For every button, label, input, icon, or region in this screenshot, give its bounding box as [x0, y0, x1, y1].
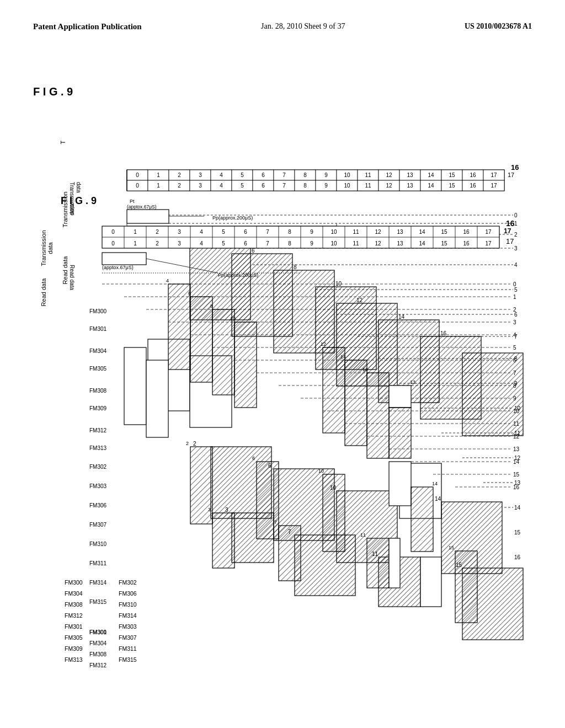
fm306-lbl: FM306 — [119, 590, 137, 597]
fm308-lbl: FM308 — [65, 601, 83, 608]
fm301-white-main — [124, 347, 146, 425]
publication-date-sheet: Jan. 28, 2010 Sheet 9 of 37 — [261, 22, 345, 31]
svg-text:2: 2 — [156, 229, 159, 235]
fm309-num: 16 — [363, 367, 368, 372]
svg-text:4: 4 — [200, 229, 203, 235]
fm307-num: 7 — [274, 520, 277, 525]
patent-diagram: Transmission data Read data 0 1 2 3 4 5 … — [30, 77, 555, 700]
svg-text:16: 16 — [463, 229, 470, 235]
refnum-12: 12 — [513, 433, 520, 440]
fm311-hatch — [367, 538, 389, 588]
svg-text:10: 10 — [331, 240, 337, 247]
svg-text:7: 7 — [266, 240, 269, 247]
fm304-bar-main — [190, 297, 212, 382]
fm309-lbl: FM309 — [65, 645, 83, 652]
svg-text:10: 10 — [331, 229, 337, 235]
fm305-white-main — [146, 360, 168, 437]
fm305-lbl: FM305 — [65, 634, 83, 641]
fm313-label-r: 13 — [410, 379, 415, 385]
svg-text:11: 11 — [353, 229, 359, 235]
fm303-num: 3 — [208, 507, 211, 512]
refnum-3: 3 — [513, 319, 516, 325]
fm313-lbl: FM313 — [65, 656, 83, 663]
svg-text:12: 12 — [375, 240, 381, 247]
fm301-lbl: FM301 — [65, 623, 83, 630]
fm309-hatch-main — [367, 373, 389, 458]
refnum-4: 4 — [513, 332, 516, 338]
data-text-v: data — [47, 242, 54, 254]
fm315-lbl: FM315 — [119, 656, 137, 663]
refnum-0: 0 — [513, 281, 516, 287]
fm308-bar-main — [212, 309, 234, 395]
read-data-text-v: Read data — [40, 278, 47, 307]
fm315-num: 15 — [449, 545, 454, 550]
fm312-bar-main — [234, 322, 257, 408]
fm301-num: 12 — [321, 341, 326, 347]
fm311-num: 11 — [360, 532, 366, 538]
pt-pp-arrow — [146, 259, 218, 273]
indicator-16-top: 16 — [506, 219, 515, 228]
fm304-lbl: FM304 — [65, 590, 83, 597]
svg-text:8: 8 — [288, 240, 291, 247]
refnum-2: 2 — [513, 307, 516, 313]
svg-text:4: 4 — [200, 240, 203, 247]
fm305-num: 14 — [340, 354, 346, 360]
refnum-8: 8 — [513, 383, 516, 389]
refnum-1: 1 — [513, 294, 516, 300]
fm308-num: 8 — [210, 303, 213, 309]
fm310-lbl: FM310 — [119, 601, 137, 608]
fig9-label: F I G . 9 — [61, 195, 97, 206]
fm306-bar — [257, 462, 279, 539]
refnum-14: 14 — [513, 459, 520, 465]
refnum-13: 13 — [513, 446, 520, 452]
svg-text:1: 1 — [134, 229, 137, 235]
svg-text:1: 1 — [134, 240, 137, 247]
fm311-white — [389, 538, 400, 588]
svg-text:14: 14 — [419, 229, 425, 235]
svg-text:14: 14 — [419, 240, 425, 247]
svg-text:8: 8 — [288, 229, 291, 235]
svg-text:15: 15 — [441, 240, 447, 247]
transmission-text-v: Transmission — [40, 231, 47, 266]
pt-timing-bar — [102, 253, 146, 265]
fm302-bar — [190, 447, 212, 524]
fm310-num: 10 — [318, 468, 324, 474]
refnum-9: 9 — [513, 395, 516, 402]
refnum-10: 10 — [513, 408, 520, 414]
indicator-17-right: 17 — [506, 237, 514, 245]
svg-text:13: 13 — [397, 240, 403, 247]
fm305-hatch-main — [345, 360, 367, 446]
svg-text:11: 11 — [353, 240, 359, 247]
right-17-top: 17 — [504, 227, 511, 235]
svg-text:0: 0 — [111, 229, 115, 235]
fm313-hatch-bottom — [389, 408, 411, 458]
fm312-lbl: FM312 — [65, 612, 83, 619]
fm311-lbl: FM311 — [119, 645, 137, 652]
fm314-lbl: FM314 — [119, 612, 137, 619]
pp-text: Pp(approx.200μS) — [218, 272, 258, 278]
svg-text:15: 15 — [441, 229, 447, 235]
svg-text:17: 17 — [485, 240, 492, 247]
svg-text:16: 16 — [463, 240, 470, 247]
pt-value-text: (apptox.67μS) — [102, 265, 134, 270]
refnum-6: 6 — [513, 357, 516, 363]
fm302-num: 2 — [186, 441, 189, 446]
page-header: Patent Application Publication Jan. 28, … — [0, 0, 565, 42]
svg-text:17: 17 — [485, 229, 492, 235]
fm314-white-bar — [389, 462, 411, 506]
refnum-15: 15 — [513, 472, 520, 478]
fm300-num: 4 — [166, 278, 169, 283]
fm303-lbl: FM303 — [119, 623, 137, 630]
fm302-lbl: FM302 — [119, 579, 137, 586]
fm314-num: 14 — [432, 481, 438, 486]
svg-text:5: 5 — [222, 240, 225, 247]
svg-text:6: 6 — [244, 229, 247, 235]
fm301-hatch-main — [323, 347, 345, 433]
fm307-lbl: FM307 — [119, 634, 137, 641]
refnum-7: 7 — [513, 370, 516, 376]
svg-text:12: 12 — [375, 229, 381, 235]
fm314-hatch-bar — [411, 487, 433, 552]
fm312-num: 10 — [230, 316, 236, 322]
fm310-bar — [323, 474, 345, 552]
fm306-num: 6 — [252, 456, 255, 461]
